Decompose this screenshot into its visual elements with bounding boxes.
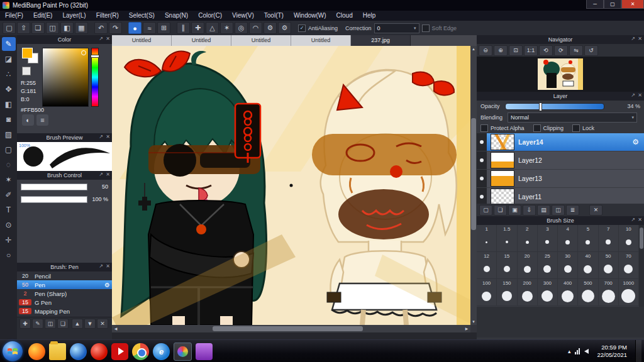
brush-size-cell[interactable]: 700 — [599, 279, 619, 306]
menu-color[interactable]: Color(C) — [193, 11, 227, 21]
layer-visibility-toggle[interactable] — [477, 188, 487, 204]
scroll-up-icon[interactable]: ▲ — [470, 46, 477, 52]
brush-size-cell[interactable]: 20 — [518, 252, 538, 279]
brush-list-item[interactable]: 20 Pencil ⚙ — [17, 272, 112, 280]
brush-size-cell[interactable]: 1.5 — [497, 225, 517, 252]
brush-down-icon[interactable]: ▼ — [84, 319, 96, 329]
taskbar-gacha-icon[interactable] — [196, 343, 213, 360]
new-canvas-icon[interactable]: ▢ — [3, 22, 16, 34]
zoom-actual-icon[interactable]: 1:1 — [524, 45, 538, 56]
maximize-button[interactable]: ▢ — [604, 0, 621, 9]
brush-size-cell[interactable]: 12 — [477, 252, 497, 279]
scroll-left-icon[interactable]: ◀ — [112, 325, 119, 332]
layer-visibility-toggle[interactable] — [477, 133, 487, 151]
layer-row[interactable]: Layer13 ⚙ — [477, 170, 644, 188]
brush-size-cell[interactable]: 15 — [497, 252, 517, 279]
brush-settings-icon[interactable]: ⚙ — [104, 282, 110, 288]
fill-tool[interactable]: ◧ — [2, 97, 16, 111]
foreground-color-swatch[interactable] — [22, 48, 33, 58]
settings-icon[interactable]: ⚙ — [278, 22, 291, 34]
hand-tool[interactable]: ✛ — [2, 233, 16, 247]
menu-filter[interactable]: Filter(R) — [91, 11, 124, 21]
grid-icon[interactable]: ⊞ — [157, 22, 170, 34]
brush-list-item[interactable]: 15 G Pen ⚙ — [17, 298, 112, 307]
soft-edge-checkbox[interactable] — [422, 25, 430, 32]
start-button[interactable] — [3, 341, 23, 361]
menu-cloud[interactable]: Cloud — [331, 11, 358, 21]
brush-size-cell[interactable]: 4 — [558, 225, 578, 252]
brush-folder-icon[interactable]: ❏ — [57, 319, 69, 329]
brush-size-slider[interactable] — [21, 184, 87, 190]
popout-icon[interactable]: ↗ — [631, 217, 635, 222]
brush-size-cell[interactable]: 40 — [578, 252, 598, 279]
popout-icon[interactable]: ↗ — [99, 263, 103, 269]
dot-tool[interactable]: ∴ — [2, 67, 16, 81]
blending-dropdown[interactable]: Normal ▾ — [508, 112, 637, 123]
brush-list-item[interactable]: 15 Mapping Pen ⚙ — [17, 307, 112, 315]
menu-help[interactable]: Help — [358, 11, 381, 21]
close-icon[interactable]: ✕ — [638, 36, 642, 41]
new-folder-icon[interactable]: ❏ — [494, 205, 507, 216]
snap-cross-icon[interactable]: ✚ — [191, 22, 204, 34]
brush-size-cell[interactable]: 7 — [599, 225, 619, 252]
tray-expand-icon[interactable]: ▴ — [568, 348, 571, 354]
close-icon[interactable]: ✕ — [638, 217, 642, 222]
brush-size-cell[interactable]: 2 — [518, 225, 538, 252]
undo-icon[interactable]: ↶ — [94, 22, 108, 34]
layout-grid-icon[interactable]: ▦ — [75, 22, 88, 34]
zoom-out-icon[interactable]: ⊖ — [479, 45, 492, 56]
document-tab[interactable]: Untitled — [172, 35, 231, 46]
close-icon[interactable]: ✕ — [106, 263, 110, 269]
brush-size-cell[interactable]: 70 — [619, 252, 639, 279]
select-tool[interactable]: ▢ — [2, 143, 16, 156]
bucket-tool[interactable]: ◙ — [2, 112, 16, 126]
toolbar-separator[interactable] — [172, 23, 175, 33]
import-image-icon[interactable]: ⇩ — [523, 205, 536, 216]
layer-settings-icon[interactable]: ▣ — [508, 205, 521, 216]
document-tab[interactable]: Untitled — [291, 35, 351, 46]
zoom-in-icon[interactable]: ⊕ — [494, 45, 508, 56]
opacity-slider-marker[interactable] — [539, 102, 542, 111]
saturation-value-picker[interactable] — [42, 48, 89, 107]
clock[interactable]: 20:59 PM 22/05/2021 — [593, 344, 631, 359]
snap-vanish-icon[interactable]: △ — [206, 22, 219, 34]
document-tab[interactable]: 237.jpg — [351, 35, 411, 46]
vertical-scroll-thumb[interactable] — [471, 118, 476, 230]
navigator-thumbnail[interactable] — [538, 58, 583, 90]
clipping-checkbox[interactable] — [533, 124, 541, 132]
popout-icon[interactable]: ↗ — [631, 36, 635, 41]
gradient-tool[interactable]: ▨ — [2, 128, 16, 141]
add-brush-icon[interactable]: ✚ — [19, 319, 31, 329]
reset-view-icon[interactable]: ↺ — [584, 45, 598, 56]
horizontal-scroll-thumb[interactable] — [213, 326, 363, 331]
redo-icon[interactable]: ↷ — [109, 22, 122, 34]
layer-visibility-toggle[interactable] — [477, 151, 487, 169]
menu-edit[interactable]: Edit(E) — [28, 11, 58, 21]
layer-visibility-toggle[interactable] — [477, 170, 487, 187]
vertical-scrollbar[interactable]: ▲ ▼ — [470, 46, 477, 325]
close-icon[interactable]: ✕ — [106, 172, 110, 177]
move-tool[interactable]: ✥ — [2, 82, 16, 96]
menu-snap[interactable]: Snap(N) — [160, 11, 193, 21]
brush-tool[interactable]: ✎ — [2, 37, 16, 51]
lock-checkbox[interactable] — [572, 124, 580, 132]
menu-file[interactable]: File(F) — [0, 11, 28, 21]
zoom-tool[interactable]: ○ — [2, 248, 16, 262]
brush-size-cell[interactable]: 10 — [619, 225, 639, 252]
brush-size-cell[interactable]: 100 — [477, 279, 497, 306]
correction-dropdown[interactable]: 0 ▾ — [374, 23, 419, 33]
brush-size-cell[interactable]: 150 — [497, 279, 517, 306]
scroll-right-icon[interactable]: ▶ — [463, 325, 470, 332]
layout-split-icon[interactable]: ◧ — [60, 22, 74, 34]
brush-size-cell[interactable]: 1000 — [619, 279, 639, 306]
brush-opacity-slider[interactable] — [21, 196, 87, 203]
brush-size-cell[interactable]: 50 — [599, 252, 619, 279]
toolbar-separator[interactable] — [123, 23, 127, 33]
layer-row[interactable]: Layer14 ⚙ — [477, 133, 644, 151]
close-icon[interactable]: ✕ — [106, 36, 110, 41]
brush-list-item[interactable]: 2 Pen (Sharp) ⚙ — [17, 289, 112, 298]
popout-icon[interactable]: ↗ — [99, 134, 103, 140]
antialiasing-checkbox[interactable]: ✓ — [298, 25, 306, 32]
taskbar-media-icon[interactable] — [70, 343, 87, 360]
taskbar-chrome-icon[interactable] — [132, 343, 149, 360]
